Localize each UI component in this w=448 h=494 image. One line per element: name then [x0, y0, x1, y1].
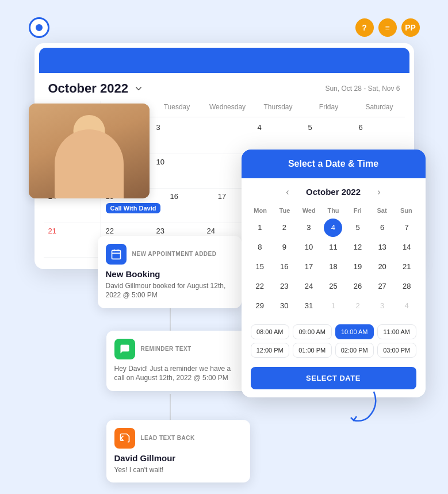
notif-body-new-appt: David Gillmour booked for August 12th, 2…	[106, 281, 233, 301]
picker-day-16[interactable]: 16	[275, 258, 293, 276]
picker-day-28[interactable]: 28	[397, 277, 416, 296]
date-time-picker: Select a Date & Time ‹ October 2022 › Mo…	[242, 150, 426, 397]
notif-header-reminder: REMINDER TEXT	[114, 339, 242, 359]
picker-days-header: Mon Tue Wed Thu Fri Sat Sun	[242, 202, 426, 219]
svg-rect-0	[112, 250, 120, 259]
time-slot-1300[interactable]: 01:00 PM	[293, 343, 332, 358]
reply-icon	[114, 428, 135, 449]
picker-day-6[interactable]: 6	[373, 219, 392, 237]
picker-day-5[interactable]: 5	[349, 219, 367, 237]
picker-day-8[interactable]: 8	[251, 238, 269, 256]
picker-day-26[interactable]: 26	[349, 277, 367, 296]
person-photo	[29, 104, 150, 198]
time-slot-0900[interactable]: 09:00 AM	[293, 324, 332, 339]
picker-day-nov-4[interactable]: 4	[397, 297, 416, 315]
chevron-down-icon[interactable]	[133, 83, 144, 94]
time-slot-1200[interactable]: 12:00 PM	[251, 343, 290, 358]
notif-header-new-appt: NEW APPOINTMENT ADDED	[106, 244, 233, 265]
connector-line-2	[170, 394, 171, 423]
picker-day-21[interactable]: 21	[397, 258, 416, 276]
arrow-decoration	[334, 389, 380, 426]
notification-reminder: REMINDER TEXT Hey David! Just a reminder…	[106, 331, 250, 392]
prev-month-button[interactable]: ‹	[281, 185, 294, 199]
picker-day-9[interactable]: 9	[275, 238, 293, 256]
picker-day-22[interactable]: 22	[251, 277, 269, 296]
cal-cell-4[interactable]: 4	[253, 120, 304, 154]
picker-month-nav: ‹ October 2022 ›	[242, 178, 426, 202]
picker-day-14[interactable]: 14	[397, 238, 416, 256]
picker-day-nov-2[interactable]: 2	[349, 297, 367, 315]
notif-label-new-appt: NEW APPOINTMENT ADDED	[132, 251, 217, 257]
picker-day-27[interactable]: 27	[373, 277, 392, 296]
time-slot-0800[interactable]: 08:00 AM	[251, 324, 290, 339]
next-month-button[interactable]: ›	[372, 185, 386, 199]
cal-cell-21[interactable]: 21	[44, 223, 101, 257]
notif-title-new-appt: New Booking	[106, 269, 233, 279]
help-button[interactable]: ?	[355, 18, 374, 37]
calendar-icon	[106, 244, 127, 265]
picker-month-title: October 2022	[306, 187, 361, 197]
select-date-button[interactable]: SELECT DATE	[251, 367, 416, 389]
picker-day-15[interactable]: 15	[251, 258, 269, 276]
picker-day-3[interactable]: 3	[300, 219, 318, 237]
calendar-month-label: October 2022	[48, 81, 128, 96]
cal-cell-6[interactable]: 6	[354, 120, 405, 154]
picker-day-25[interactable]: 25	[324, 277, 342, 296]
menu-button[interactable]: ≡	[378, 18, 397, 37]
outer-container: ? ≡ PP October 2022 Sun, Oct 28 - Sat, N…	[17, 12, 431, 483]
picker-day-mon: Mon	[248, 205, 273, 216]
picker-day-thu: Thu	[321, 205, 345, 216]
picker-days-grid: 1 2 3 4 5 6 7 8 9 10 11 12 13 14 15 16 1…	[242, 219, 426, 320]
time-slot-1400[interactable]: 02:00 PM	[335, 343, 374, 358]
picker-day-7[interactable]: 7	[397, 219, 416, 237]
time-slot-1500[interactable]: 03:00 PM	[377, 343, 416, 358]
picker-day-30[interactable]: 30	[275, 297, 293, 315]
event-call-with-david[interactable]: Call With David	[106, 203, 161, 213]
picker-day-wed: Wed	[297, 205, 321, 216]
picker-day-29[interactable]: 29	[251, 297, 269, 315]
profile-button[interactable]: PP	[401, 18, 420, 37]
picker-day-4[interactable]: 4	[324, 219, 342, 237]
picker-day-1[interactable]: 1	[251, 219, 269, 237]
cal-cell-5[interactable]: 5	[304, 120, 354, 154]
picker-day-tue: Tue	[273, 205, 297, 216]
time-slots-grid: 08:00 AM 09:00 AM 10:00 AM 11:00 AM 12:0…	[242, 320, 426, 362]
cal-cell-3[interactable]: 3	[152, 120, 202, 154]
picker-day-18[interactable]: 18	[324, 258, 342, 276]
day-label-tue: Tuesday	[152, 101, 202, 113]
notif-body-reminder: Hey David! Just a reminder we have a cal…	[114, 364, 242, 384]
picker-header: Select a Date & Time	[242, 150, 426, 178]
notif-title-lead: David Gillmour	[114, 453, 242, 463]
time-slot-1000[interactable]: 10:00 AM	[335, 324, 374, 339]
person-silhouette	[55, 129, 124, 198]
cal-cell-10[interactable]: 10	[152, 154, 202, 188]
picker-day-10[interactable]: 10	[300, 238, 318, 256]
picker-day-nov-1[interactable]: 1	[324, 297, 342, 315]
notif-label-lead: LEAD TEXT BACK	[141, 435, 195, 441]
picker-day-13[interactable]: 13	[373, 238, 392, 256]
picker-day-fri: Fri	[346, 205, 370, 216]
notification-lead-text: LEAD TEXT BACK David Gillmour Yes! I can…	[106, 420, 250, 483]
picker-day-11[interactable]: 11	[324, 238, 342, 256]
logo-inner	[36, 24, 43, 31]
top-icons: ? ≡ PP	[355, 18, 420, 37]
picker-day-24[interactable]: 24	[300, 277, 318, 296]
cal-cell-empty	[202, 120, 253, 154]
card-header-bar	[39, 48, 409, 73]
picker-day-nov-3[interactable]: 3	[373, 297, 392, 315]
picker-day-23[interactable]: 23	[275, 277, 293, 296]
cal-cell-16[interactable]: 16	[165, 189, 213, 223]
picker-day-2[interactable]: 2	[275, 219, 293, 237]
picker-day-31[interactable]: 31	[300, 297, 318, 315]
picker-day-19[interactable]: 19	[349, 258, 367, 276]
picker-day-12[interactable]: 12	[349, 238, 367, 256]
notif-body-lead: Yes! I can't wait!	[114, 465, 242, 475]
day-label-thu: Thursday	[253, 101, 304, 113]
time-slot-1100[interactable]: 11:00 AM	[377, 324, 416, 339]
person-image	[29, 104, 150, 198]
picker-day-20[interactable]: 20	[373, 258, 392, 276]
picker-day-sun: Sun	[394, 205, 418, 216]
picker-day-17[interactable]: 17	[300, 258, 318, 276]
notif-header-lead: LEAD TEXT BACK	[114, 428, 242, 449]
calendar-title[interactable]: October 2022	[48, 81, 144, 96]
